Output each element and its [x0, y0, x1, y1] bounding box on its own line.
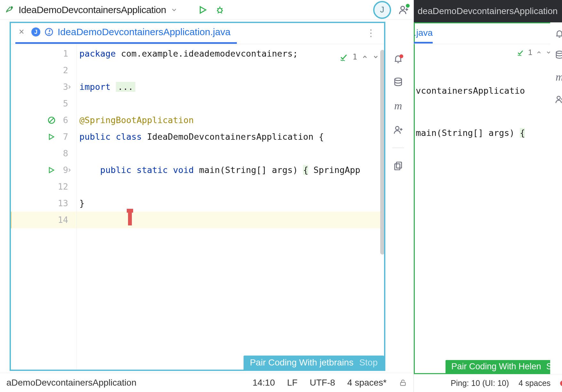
svg-marker-7 [49, 134, 54, 139]
inspections-widget[interactable]: 1 [339, 49, 379, 65]
no-entry-icon[interactable] [47, 116, 56, 124]
clipboard-icon[interactable] [393, 161, 403, 171]
run-line-icon[interactable] [47, 133, 55, 141]
pair-stop-button[interactable]: Stop [359, 357, 378, 368]
scrollbar-thumb[interactable] [380, 50, 385, 255]
tab-label: IdeaDemoDevcontainersApplication.java [58, 27, 230, 37]
tab-menu-icon[interactable]: ⋮ [366, 27, 377, 38]
project-title[interactable]: IdeaDemoDevcontainersApplication [19, 4, 166, 15]
secondary-editor[interactable]: .java ⋮ 1 vcontainersApplicatio main(Str… [414, 22, 562, 374]
error-indicator-icon[interactable] [560, 380, 562, 386]
next-problem-icon[interactable] [373, 54, 379, 60]
fold-icon[interactable] [67, 84, 72, 90]
pair-coding-banner-secondary: Pair Coding With Helen Stop [446, 360, 562, 373]
notifications-icon[interactable] [393, 54, 403, 64]
svg-marker-1 [200, 7, 206, 13]
svg-marker-8 [49, 168, 54, 173]
secondary-tool-rail: m [550, 22, 562, 374]
prev-problem-icon[interactable] [536, 50, 542, 55]
project-icon [4, 5, 14, 15]
svg-point-3 [401, 6, 405, 10]
secondary-inspections-widget[interactable]: 1 [517, 48, 551, 57]
avatar-initial: J [380, 5, 384, 15]
user-avatar[interactable]: J [373, 1, 391, 19]
breadcrumb[interactable]: aDemoDevcontainersApplication [6, 378, 136, 388]
file-encoding[interactable]: UTF-8 [310, 378, 335, 388]
main-ide-window: IdeaDemoDevcontainersApplication J [0, 0, 413, 392]
remote-caret-icon [128, 212, 132, 225]
close-tab-icon[interactable]: ✕ [19, 28, 24, 36]
svg-point-10 [396, 126, 399, 130]
svg-point-14 [556, 51, 562, 54]
svg-rect-13 [400, 382, 405, 385]
svg-line-6 [50, 118, 54, 122]
add-collaborator-icon[interactable] [393, 125, 403, 135]
project-dropdown-chevron[interactable] [171, 6, 178, 13]
ping-status[interactable]: Ping: 10 (UI: 10) [451, 379, 509, 388]
folded-imports[interactable]: ... [116, 82, 135, 92]
secondary-titlebar: deaDemoDevcontainersApplication [414, 0, 562, 22]
java-class-icon [44, 27, 54, 37]
editor-tabs: ✕ J IdeaDemoDevcontainersApplication.jav… [10, 22, 385, 44]
svg-rect-12 [395, 164, 400, 170]
database-icon[interactable] [393, 77, 403, 87]
run-line-icon[interactable] [47, 166, 55, 174]
add-collaborator-icon[interactable] [555, 95, 562, 104]
code-body[interactable]: package com.example.ideademodevcontainer… [77, 44, 385, 371]
secondary-ide-window: deaDemoDevcontainersApplication .java ⋮ … [413, 0, 562, 392]
status-bar: aDemoDevcontainersApplication 14:10 LF U… [0, 373, 413, 392]
secondary-status-bar: Ping: 10 (UI: 10) 4 spaces [414, 374, 562, 392]
secondary-tab[interactable]: .java [414, 28, 433, 43]
maven-icon[interactable]: m [556, 71, 562, 83]
fold-icon[interactable] [67, 167, 72, 173]
code-with-me-icon[interactable] [398, 4, 409, 15]
user-badge: J [31, 27, 40, 36]
code-editor[interactable]: 1 2 3 5 6 7 8 9 12 [10, 44, 385, 371]
navigation-bar: IdeaDemoDevcontainersApplication J [0, 0, 413, 20]
editor-pane: ✕ J IdeaDemoDevcontainersApplication.jav… [10, 22, 385, 371]
cursor-position[interactable]: 14:10 [253, 378, 275, 388]
readonly-lock-icon[interactable] [399, 379, 407, 387]
indent-setting[interactable]: 4 spaces [518, 379, 550, 388]
notifications-icon[interactable] [555, 29, 562, 38]
editor-tab-active[interactable]: ✕ J IdeaDemoDevcontainersApplication.jav… [15, 22, 237, 44]
maven-icon[interactable]: m [394, 100, 402, 112]
prev-problem-icon[interactable] [362, 54, 368, 60]
presence-dot-icon [406, 4, 410, 8]
pair-coding-banner: Pair Coding With jetbrains Stop [244, 356, 384, 370]
gutter: 1 2 3 5 6 7 8 9 12 [10, 44, 77, 371]
svg-point-0 [11, 7, 12, 8]
svg-point-15 [557, 96, 560, 99]
secondary-title: deaDemoDevcontainersApplication [418, 6, 558, 16]
inspection-count: 1 [353, 49, 357, 65]
inspection-typo-icon [517, 49, 524, 56]
line-separator[interactable]: LF [287, 378, 298, 388]
database-icon[interactable] [555, 50, 562, 59]
indent-setting[interactable]: 4 spaces* [347, 378, 387, 388]
inspection-typo-icon [339, 53, 348, 61]
svg-point-9 [395, 78, 401, 81]
pair-coding-text: Pair Coding With jetbrains [250, 357, 354, 368]
svg-rect-11 [397, 162, 402, 168]
notification-dot-icon [399, 54, 403, 58]
right-tool-rail: m [389, 54, 407, 171]
run-button[interactable] [196, 4, 209, 16]
debug-button[interactable] [213, 4, 226, 16]
